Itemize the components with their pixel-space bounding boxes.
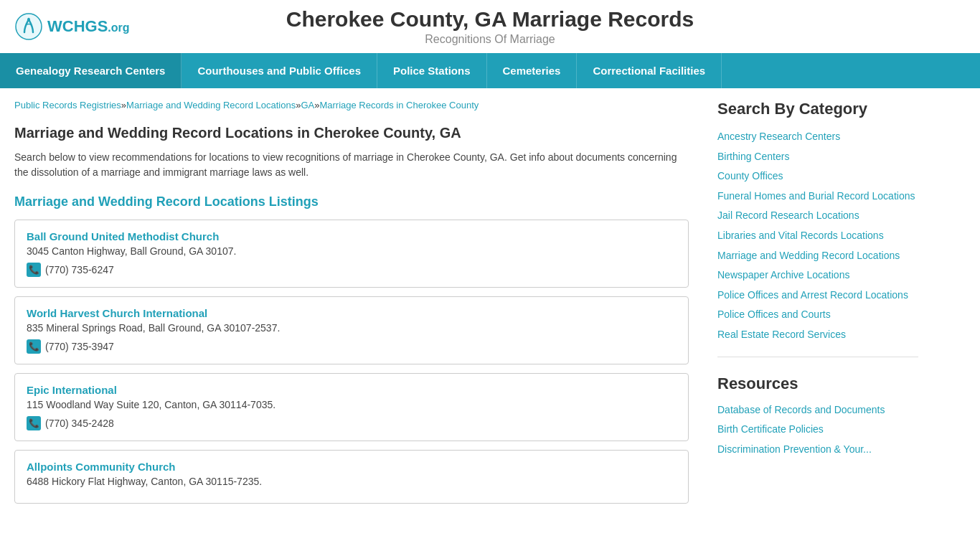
sidebar-link-ancestry[interactable]: Ancestry Research Centers <box>717 130 918 144</box>
sidebar-link-county[interactable]: County Offices <box>717 169 918 184</box>
phone-number-2: (770) 345-2428 <box>45 418 114 429</box>
logo-wchgs: WCHGS <box>47 17 108 35</box>
svg-point-1 <box>27 18 30 21</box>
sidebar-link-funeral[interactable]: Funeral Homes and Burial Record Location… <box>717 189 918 204</box>
logo-suffix: .org <box>108 22 129 34</box>
listing-address-2: 115 Woodland Way Suite 120, Canton, GA 3… <box>27 399 677 410</box>
logo-area[interactable]: WCHGS.org <box>14 12 130 41</box>
sidebar-link-jail[interactable]: Jail Record Research Locations <box>717 209 918 223</box>
breadcrumb-public-records[interactable]: Public Records Registries <box>14 100 121 110</box>
phone-icon-0: 📞 <box>27 263 41 277</box>
sidebar: Search By Category Ancestry Research Cen… <box>703 88 933 524</box>
header: WCHGS.org Cherokee County, GA Marriage R… <box>0 0 980 53</box>
sidebar-link-real-estate[interactable]: Real Estate Record Services <box>717 328 918 342</box>
main-title: Cherokee County, GA Marriage Records <box>286 7 694 32</box>
listing-card-2: Epic International 115 Woodland Way Suit… <box>14 373 689 441</box>
listings-heading: Marriage and Wedding Record Locations Li… <box>14 194 689 209</box>
breadcrumb-cherokee[interactable]: Marriage Records in Cherokee County <box>319 100 479 110</box>
sidebar-link-birth-cert[interactable]: Birth Certificate Policies <box>717 423 918 437</box>
nav-item-genealogy[interactable]: Genealogy Research Centers <box>0 53 182 88</box>
listing-name-0[interactable]: Ball Ground United Methodist Church <box>27 230 677 242</box>
sidebar-link-newspaper[interactable]: Newspaper Archive Locations <box>717 268 918 283</box>
sidebar-link-police-arrest[interactable]: Police Offices and Arrest Record Locatio… <box>717 288 918 303</box>
sidebar-link-marriage[interactable]: Marriage and Wedding Record Locations <box>717 249 918 263</box>
listing-phone-1: 📞 (770) 735-3947 <box>27 339 677 354</box>
logo-text: WCHGS.org <box>47 17 130 36</box>
listing-phone-2: 📞 (770) 345-2428 <box>27 416 677 430</box>
header-titles: Cherokee County, GA Marriage Records Rec… <box>286 7 694 46</box>
sidebar-link-discrimination[interactable]: Discrimination Prevention & Your... <box>717 443 918 457</box>
nav-item-cemeteries[interactable]: Cemeteries <box>487 53 578 88</box>
sub-title: Recognitions Of Marriage <box>286 33 694 46</box>
sidebar-divider <box>717 357 918 357</box>
sidebar-link-police-courts[interactable]: Police Offices and Courts <box>717 308 918 322</box>
phone-number-1: (770) 735-3947 <box>45 341 114 352</box>
listing-card-1: World Harvest Church International 835 M… <box>14 296 689 364</box>
content-wrapper: Public Records Registries»Marriage and W… <box>0 88 980 524</box>
sidebar-resources-title: Resources <box>717 375 918 393</box>
logo-icon <box>14 12 43 41</box>
nav-item-courthouses[interactable]: Courthouses and Public Offices <box>182 53 377 88</box>
nav-item-correctional[interactable]: Correctional Facilities <box>577 53 722 88</box>
sidebar-link-libraries[interactable]: Libraries and Vital Records Locations <box>717 229 918 243</box>
breadcrumb-ga[interactable]: GA <box>301 100 314 110</box>
listing-card-3: Allpoints Community Church 6488 Hickory … <box>14 450 689 504</box>
nav: Genealogy Research Centers Courthouses a… <box>0 53 980 88</box>
phone-number-0: (770) 735-6247 <box>45 264 114 276</box>
listing-name-3[interactable]: Allpoints Community Church <box>27 461 677 473</box>
listing-card-0: Ball Ground United Methodist Church 3045… <box>14 220 689 288</box>
sidebar-search-title: Search By Category <box>717 100 918 118</box>
listing-name-1[interactable]: World Harvest Church International <box>27 307 677 319</box>
page-description: Search below to view recommendations for… <box>14 150 689 180</box>
listing-name-2[interactable]: Epic International <box>27 384 677 396</box>
page-heading: Marriage and Wedding Record Locations in… <box>14 125 689 141</box>
breadcrumb-marriage-locations[interactable]: Marriage and Wedding Record Locations <box>126 100 296 110</box>
listing-address-3: 6488 Hickory Flat Highway, Canton, GA 30… <box>27 476 677 487</box>
main-content: Public Records Registries»Marriage and W… <box>0 88 703 524</box>
nav-item-police[interactable]: Police Stations <box>377 53 487 88</box>
phone-icon-2: 📞 <box>27 416 41 430</box>
phone-icon-1: 📞 <box>27 339 41 354</box>
listing-phone-0: 📞 (770) 735-6247 <box>27 263 677 277</box>
listing-address-0: 3045 Canton Highway, Ball Ground, GA 301… <box>27 245 677 257</box>
sidebar-link-database[interactable]: Database of Records and Documents <box>717 403 918 418</box>
breadcrumb: Public Records Registries»Marriage and W… <box>14 100 689 110</box>
sidebar-link-birthing[interactable]: Birthing Centers <box>717 150 918 164</box>
listing-address-1: 835 Mineral Springs Road, Ball Ground, G… <box>27 322 677 334</box>
